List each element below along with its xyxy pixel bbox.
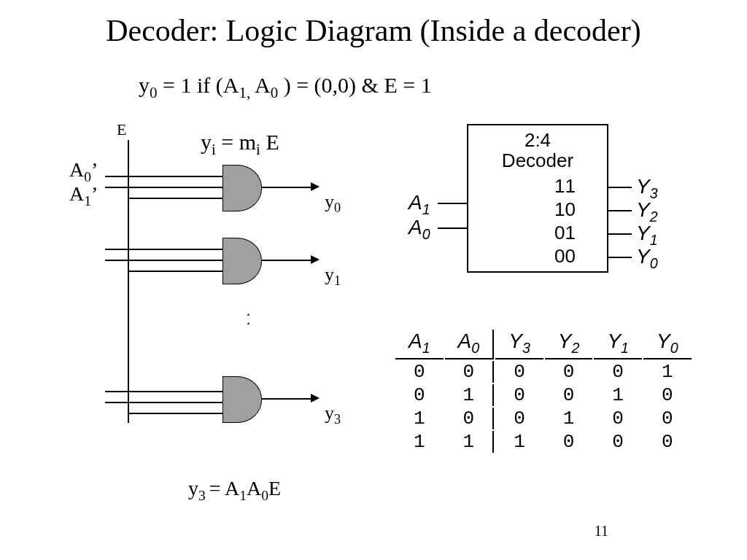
page-number: 11 xyxy=(595,523,608,540)
output-y3-label: y3 xyxy=(325,402,341,427)
decoder-in-a1-label: A1 xyxy=(409,191,430,218)
truth-header: Y3 xyxy=(495,330,543,359)
wire-decoder-y3 xyxy=(607,187,632,188)
arrow-y0-icon xyxy=(311,182,320,191)
input-a0-prime-label: A0’ xyxy=(69,158,98,185)
output-y1-label: y1 xyxy=(325,264,341,289)
wire-a0p-g0 xyxy=(105,176,222,177)
and-gate-3 xyxy=(222,376,262,423)
equation-y0: y0 = 1 if (A1, A0 ) = (0,0) & E = 1 xyxy=(139,73,432,102)
wire-e-g3 xyxy=(128,413,222,414)
wire-decoder-y1 xyxy=(607,233,632,235)
wire-out-y3 xyxy=(261,398,312,400)
table-row: 111000 xyxy=(395,431,692,453)
equation-y3: y3 = A1A0E xyxy=(188,477,281,504)
wire-in2-g1 xyxy=(105,260,222,261)
wire-e-g0 xyxy=(128,198,222,199)
and-gate-0 xyxy=(222,165,262,211)
decoder-out-y0-label: Y0 xyxy=(636,245,658,272)
wire-a1p-g0 xyxy=(105,187,222,188)
enable-label: E xyxy=(117,120,126,139)
and-gate-1 xyxy=(222,238,262,284)
wire-decoder-a1 xyxy=(438,203,467,204)
table-row: 010010 xyxy=(395,384,692,406)
wire-decoder-y2 xyxy=(607,210,632,211)
wire-in2-g3 xyxy=(105,402,222,403)
wire-in1-g3 xyxy=(105,391,222,392)
table-row: 100100 xyxy=(395,408,692,429)
truth-header: A0 xyxy=(445,330,495,359)
arrow-y1-icon xyxy=(311,255,320,264)
decoder-block-title: 2:4 Decoder xyxy=(468,130,607,171)
slide-title: Decoder: Logic Diagram (Inside a decoder… xyxy=(0,13,747,48)
ellipsis-icon: .. xyxy=(247,306,250,324)
table-row: 000001 xyxy=(395,361,692,383)
wire-enable-vertical xyxy=(128,140,129,423)
arrow-y3-icon xyxy=(311,394,320,402)
wire-out-y0 xyxy=(261,187,312,188)
input-a1-prime-label: A1’ xyxy=(69,182,98,209)
decoder-in-a0-label: A0 xyxy=(409,216,430,243)
wire-e-g1 xyxy=(128,271,222,272)
truth-table: A1A0Y3Y2Y1Y0 000001010010100100111000 xyxy=(394,328,693,454)
truth-header: Y0 xyxy=(643,330,692,359)
wire-decoder-a0 xyxy=(438,228,467,229)
wire-decoder-y0 xyxy=(607,257,632,258)
equation-yi: yi = mi E xyxy=(201,130,279,159)
output-y0-label: y0 xyxy=(325,191,341,216)
wire-in1-g1 xyxy=(105,249,222,250)
truth-header: A1 xyxy=(395,330,444,359)
wire-out-y1 xyxy=(261,260,312,261)
truth-header: Y1 xyxy=(594,330,642,359)
truth-header: Y2 xyxy=(545,330,593,359)
